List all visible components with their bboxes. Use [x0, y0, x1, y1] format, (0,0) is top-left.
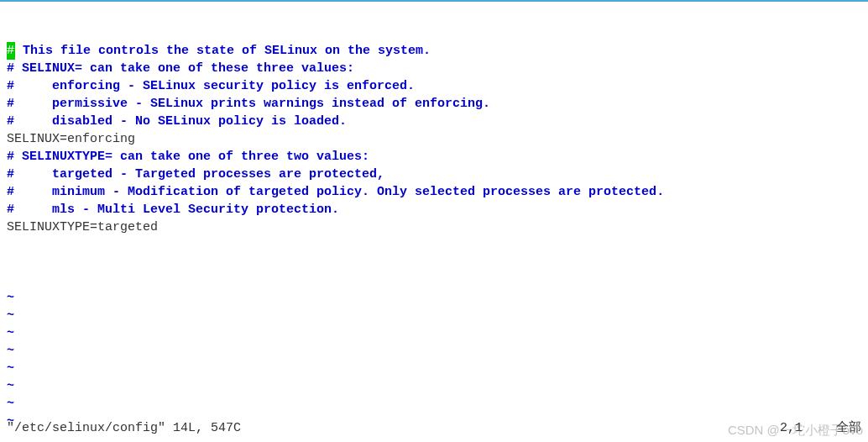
- editor-line[interactable]: # disabled - No SELinux policy is loaded…: [7, 113, 861, 130]
- editor-line[interactable]: # This file controls the state of SELinu…: [7, 42, 861, 60]
- empty-line-tilde: ~: [7, 307, 861, 324]
- editor-line[interactable]: # mls - Multi Level Security protection.: [7, 201, 861, 218]
- empty-line-tilde: ~: [7, 289, 861, 307]
- empty-line-tilde: ~: [7, 395, 861, 413]
- empty-line-tilde: ~: [7, 377, 861, 395]
- editor-line[interactable]: # SELINUX= can take one of these three v…: [7, 60, 861, 77]
- empty-line-tilde: ~: [7, 324, 861, 342]
- editor-line[interactable]: # targeted - Targeted processes are prot…: [7, 166, 861, 183]
- vim-status-bar: "/etc/selinux/config" 14L, 547C 2,1 全部: [7, 419, 861, 437]
- editor-line[interactable]: # minimum - Modification of targeted pol…: [7, 183, 861, 201]
- empty-line-tilde: ~: [7, 360, 861, 377]
- file-info: "/etc/selinux/config" 14L, 547C: [7, 419, 241, 437]
- editor-line[interactable]: SELINUXTYPE=targeted: [7, 218, 861, 236]
- editor-line[interactable]: SELINUX=enforcing: [7, 130, 861, 148]
- editor-line[interactable]: # SELINUXTYPE= can take one of three two…: [7, 148, 861, 166]
- scroll-indicator: 全部: [836, 419, 861, 437]
- text-editor-area[interactable]: # This file controls the state of SELinu…: [0, 2, 868, 442]
- cursor-position: 2,1: [780, 419, 803, 437]
- empty-line-tilde: ~: [7, 342, 861, 360]
- editor-line[interactable]: [7, 236, 861, 254]
- cursor: #: [7, 42, 15, 60]
- editor-line[interactable]: # permissive - SELinux prints warnings i…: [7, 95, 861, 113]
- editor-line[interactable]: # enforcing - SELinux security policy is…: [7, 77, 861, 95]
